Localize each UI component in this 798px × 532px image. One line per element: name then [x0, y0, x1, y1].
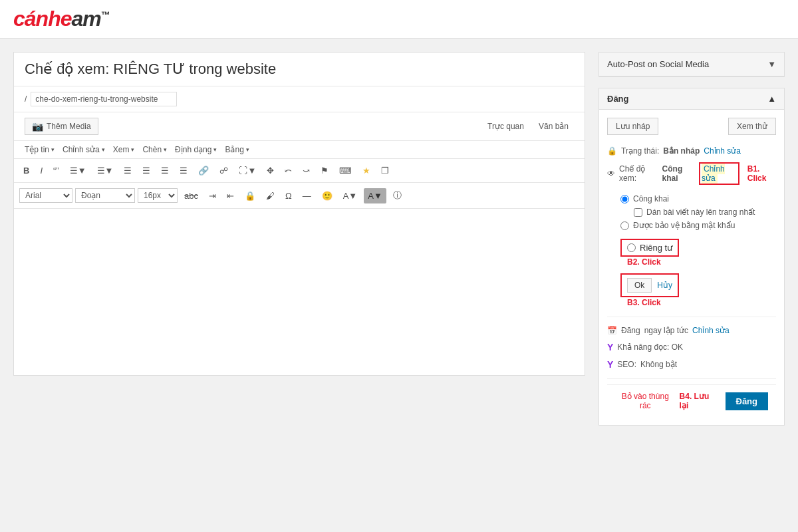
seo-label: SEO:: [617, 360, 636, 369]
font-select[interactable]: Arial: [19, 188, 72, 203]
trash-button[interactable]: Bỏ vào thùng rác: [615, 392, 676, 410]
dang-time-row: 📅 Đăng ngay lập tức Chỉnh sửa: [607, 323, 776, 338]
bold-button[interactable]: B: [19, 163, 33, 178]
divider2: [607, 378, 776, 379]
radio-bao-ve-input[interactable]: [620, 221, 629, 230]
permalink-input[interactable]: [31, 92, 177, 106]
redo-button[interactable]: ⤻: [299, 163, 314, 178]
autopost-label: Auto-Post on Social Media: [607, 59, 709, 69]
publish-title: Đăng: [607, 94, 629, 104]
align-left-button[interactable]: ☰: [120, 163, 136, 178]
logo: cánheam™: [13, 7, 785, 31]
radio-cong-khai-input[interactable]: [620, 195, 629, 203]
publish-widget: Đăng ▲ Lưu nháp Xem thử 🔒 Trạng thái: Bả…: [598, 88, 785, 426]
che-do-xem-link[interactable]: Chỉnh sửa: [702, 164, 725, 184]
step-b3-label: B3. Click: [627, 298, 661, 307]
eye-icon: 👁: [607, 169, 615, 178]
lock-button[interactable]: 🔒: [241, 188, 259, 203]
media-icon: 📷: [32, 121, 43, 132]
size-select[interactable]: 16px: [138, 188, 178, 203]
preview-button[interactable]: Xem thử: [728, 118, 776, 135]
ok-button[interactable]: Ok: [627, 278, 652, 293]
hr-button[interactable]: ―: [299, 188, 315, 203]
paint-button[interactable]: 🖌: [262, 188, 279, 203]
align-justify-button[interactable]: ☰: [176, 163, 192, 178]
main-layout: Chế độ xem: RIÊNG TƯ trong website / 📷 T…: [0, 39, 798, 450]
truc-quan-button[interactable]: Trực quan: [482, 120, 529, 133]
chinh-sua-highlight: Chỉnh sửa: [699, 162, 739, 185]
logo-tm: ™: [101, 9, 110, 20]
menu-tep-tin[interactable]: Tệp tin ▾: [25, 145, 55, 154]
align-right-button[interactable]: ☰: [157, 163, 173, 178]
menu-arrow: ▾: [51, 146, 55, 153]
bookmark-button[interactable]: ⚑: [317, 163, 332, 178]
calendar-icon: 📅: [607, 326, 617, 335]
kha-nang-doc-label: Khả năng đọc: OK: [617, 342, 683, 352]
dang-button[interactable]: Đăng: [726, 392, 769, 410]
publish-actions: Lưu nháp Xem thử: [607, 118, 776, 135]
menu-arrow: ▾: [164, 146, 167, 153]
menu-arrow: ▾: [131, 146, 134, 153]
trang-thai-link[interactable]: Chỉnh sửa: [704, 146, 741, 156]
menu-dinh-dang[interactable]: Định dạng ▾: [175, 145, 217, 154]
van-ban-button[interactable]: Văn bản: [533, 120, 574, 133]
menu-chinh-sua[interactable]: Chỉnh sửa ▾: [63, 145, 105, 154]
table-button[interactable]: ⛶▼: [235, 163, 260, 178]
bg-color-button[interactable]: A▼: [364, 188, 386, 203]
keyboard-button[interactable]: ⌨: [335, 163, 356, 178]
outdent-button[interactable]: ⇤: [223, 188, 238, 203]
toolbar-row1: B I “” ☰▼ ☰▼ ☰ ☰ ☰ ☰ 🔗 ☍ ⛶▼ ✥ ⤺ ⤻ ⚑ ⌨ ★ …: [14, 159, 585, 183]
para-select[interactable]: Đoạn: [75, 188, 135, 203]
che-do-xem-label: Chế độ xem:: [619, 164, 658, 183]
dang-link[interactable]: Chỉnh sửa: [692, 326, 730, 335]
dang-label: Đăng: [621, 326, 640, 335]
logo-dark: am: [71, 7, 100, 31]
unlink-button[interactable]: ☍: [215, 163, 232, 178]
help-button[interactable]: ⓘ: [389, 187, 406, 204]
permalink-bar: /: [14, 86, 585, 112]
editor-content[interactable]: [14, 209, 585, 375]
align-center-button[interactable]: ☰: [138, 163, 154, 178]
fullscreen-button[interactable]: ✥: [263, 163, 278, 178]
bottom-actions: Bỏ vào thùng rác B4. Lưu lại Đăng: [607, 384, 776, 417]
expand-button[interactable]: ❐: [377, 163, 393, 178]
trang-thai-label: Trạng thái:: [621, 146, 659, 156]
lock-icon: 🔒: [607, 146, 617, 156]
indent-button[interactable]: ⇥: [205, 188, 220, 203]
trang-thai-row: 🔒 Trạng thái: Bản nháp Chỉnh sửa: [607, 143, 776, 159]
font-color-button[interactable]: A▼: [339, 188, 362, 203]
huy-button[interactable]: Hủy: [657, 281, 672, 290]
radio-bao-ve-row: Được bảo vệ bằng mật khẩu: [620, 219, 776, 232]
strikethrough-button[interactable]: abc: [180, 188, 202, 203]
undo-button[interactable]: ⤺: [281, 163, 296, 178]
save-draft-button[interactable]: Lưu nháp: [607, 118, 658, 135]
che-do-xem-row: 👁 Chế độ xem: Công khai Chỉnh sửa B1. Cl…: [607, 159, 776, 188]
permalink-slash: /: [25, 94, 27, 104]
omega-button[interactable]: Ω: [281, 188, 296, 203]
collapse-arrow[interactable]: ▼: [767, 59, 776, 69]
menu-chen[interactable]: Chèn ▾: [142, 145, 167, 154]
menu-xem[interactable]: Xem ▾: [113, 145, 135, 154]
publish-collapse[interactable]: ▲: [767, 94, 776, 104]
italic-button[interactable]: I: [36, 163, 47, 178]
radio-cong-khai-label: Công khai: [633, 194, 669, 203]
step-b1-label: B1. Click: [747, 164, 776, 183]
menu-bar: Tệp tin ▾ Chỉnh sửa ▾ Xem ▾ Chèn ▾ Định …: [14, 141, 585, 159]
link-button[interactable]: 🔗: [194, 163, 213, 178]
checkbox-dan-input[interactable]: [634, 208, 642, 217]
right-actions: B4. Lưu lại Đăng: [676, 392, 768, 410]
add-media-button[interactable]: 📷 Thêm Media: [25, 118, 98, 135]
list-bullet-button[interactable]: ☰▼: [66, 163, 90, 178]
quote-button[interactable]: “”: [49, 163, 63, 178]
step-b2-label: B2. Click: [627, 257, 661, 267]
star-button[interactable]: ★: [358, 163, 374, 178]
radio-rieng-tu-input[interactable]: [627, 243, 636, 252]
post-title: Chế độ xem: RIÊNG TƯ trong website: [14, 53, 585, 86]
ok-cancel-row: Ok Hủy: [620, 273, 679, 297]
list-number-button[interactable]: ☰▼: [93, 163, 118, 178]
emoji-button[interactable]: 🙂: [318, 188, 336, 203]
rieng-tu-container: Riêng tư B2. Click: [607, 236, 776, 269]
top-bar: cánheam™: [0, 0, 798, 39]
sidebar: Auto-Post on Social Media ▼ Đăng ▲ Lưu n…: [598, 52, 785, 436]
menu-bang[interactable]: Bảng ▾: [225, 145, 249, 154]
